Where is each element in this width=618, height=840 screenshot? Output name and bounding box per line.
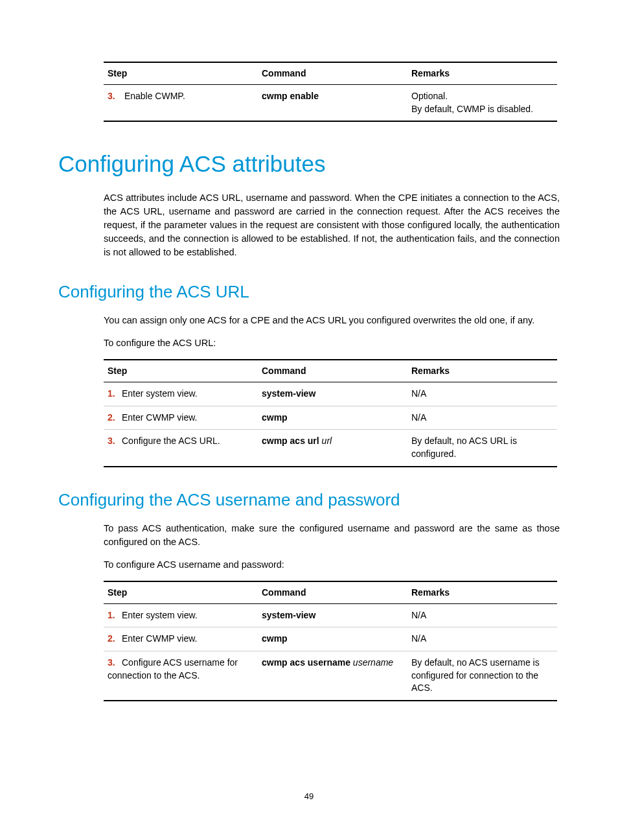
- step-number: 2.: [108, 633, 122, 646]
- table-acs-username: Step Command Remarks 1.Enter system view…: [104, 581, 557, 701]
- remarks-line: By default, CWMP is disabled.: [411, 103, 553, 116]
- cell-remarks: By default, no ACS URL is configured.: [407, 430, 557, 467]
- step-number: 3.: [108, 435, 122, 448]
- step-table: Step Command Remarks 1.Enter system view…: [104, 359, 557, 467]
- cell-command: system-view: [258, 382, 407, 406]
- cell-step: 3.Configure the ACS URL.: [104, 430, 258, 467]
- cell-step: 3.Configure ACS username for connection …: [104, 651, 258, 700]
- step-text: Enable CWMP.: [124, 91, 185, 101]
- table-row: 3.Configure the ACS URL. cwmp acs url ur…: [104, 430, 557, 467]
- heading-configuring-acs-username-password: Configuring the ACS username and passwor…: [58, 490, 560, 510]
- table-row: 1.Enter system view. system-view N/A: [104, 603, 557, 627]
- command-italic: username: [350, 657, 393, 668]
- page-number: 49: [0, 791, 618, 801]
- cell-command: cwmp: [258, 627, 407, 651]
- cell-command: system-view: [258, 603, 407, 627]
- cell-remarks: Optional. By default, CWMP is disabled.: [407, 85, 557, 122]
- step-number: 3.: [108, 657, 122, 670]
- command-bold: cwmp: [262, 633, 288, 644]
- th-command: Command: [258, 62, 407, 85]
- table-row: 2.Enter CWMP view. cwmp N/A: [104, 406, 557, 430]
- th-command: Command: [258, 360, 407, 382]
- cell-step: 3. Enable CWMP.: [104, 85, 258, 122]
- step-text: Enter system view.: [122, 610, 198, 620]
- heading-configuring-acs-url: Configuring the ACS URL: [58, 282, 560, 302]
- th-step: Step: [104, 360, 258, 382]
- command-bold: system-view: [262, 610, 315, 620]
- step-number: 1.: [108, 388, 122, 401]
- table-header-row: Step Command Remarks: [104, 62, 557, 85]
- step-text: Configure ACS username for connection to…: [108, 657, 238, 681]
- command-bold: cwmp: [262, 412, 288, 423]
- cell-step: 1.Enter system view.: [104, 603, 258, 627]
- cell-command: cwmp: [258, 406, 407, 430]
- command-bold: cwmp acs url: [262, 436, 319, 446]
- step-text: Enter CWMP view.: [122, 633, 197, 644]
- table-row: 2.Enter CWMP view. cwmp N/A: [104, 627, 557, 651]
- th-step: Step: [104, 62, 258, 85]
- cell-remarks: N/A: [407, 406, 557, 430]
- cell-remarks: N/A: [407, 627, 557, 651]
- cell-step: 1.Enter system view.: [104, 382, 258, 406]
- paragraph: ACS attributes include ACS URL, username…: [104, 191, 560, 259]
- step-number: 2.: [108, 412, 122, 425]
- cell-step: 2.Enter CWMP view.: [104, 406, 258, 430]
- table-row: 1.Enter system view. system-view N/A: [104, 382, 557, 406]
- command-bold: system-view: [262, 388, 315, 399]
- th-remarks: Remarks: [407, 62, 557, 85]
- cell-remarks: By default, no ACS username is configure…: [407, 651, 557, 700]
- th-step: Step: [104, 581, 258, 604]
- cell-remarks: N/A: [407, 603, 557, 627]
- paragraph: To pass ACS authentication, make sure th…: [104, 522, 560, 549]
- cell-remarks: N/A: [407, 382, 557, 406]
- command-bold: cwmp acs username: [262, 657, 350, 668]
- step-text: Enter CWMP view.: [122, 412, 197, 423]
- cell-command: cwmp acs url url: [258, 430, 407, 467]
- th-remarks: Remarks: [407, 581, 557, 604]
- command-text: cwmp enable: [262, 91, 319, 101]
- table-row: 3.Configure ACS username for connection …: [104, 651, 557, 700]
- cell-step: 2.Enter CWMP view.: [104, 627, 258, 651]
- step-table: Step Command Remarks 1.Enter system view…: [104, 581, 557, 701]
- cell-command: cwmp acs username username: [258, 651, 407, 700]
- remarks-line: Optional.: [411, 90, 553, 103]
- th-remarks: Remarks: [407, 360, 557, 382]
- cell-command: cwmp enable: [258, 85, 407, 122]
- table-header-row: Step Command Remarks: [104, 581, 557, 604]
- paragraph: To configure the ACS URL:: [104, 336, 560, 350]
- table-header-row: Step Command Remarks: [104, 360, 557, 382]
- step-text: Enter system view.: [122, 388, 198, 399]
- table-row: 3. Enable CWMP. cwmp enable Optional. By…: [104, 85, 557, 122]
- step-number: 1.: [108, 609, 122, 622]
- paragraph: You can assign only one ACS for a CPE an…: [104, 314, 560, 327]
- paragraph: To configure ACS username and password:: [104, 558, 560, 572]
- step-text: Configure the ACS URL.: [122, 436, 220, 446]
- table-cwmp-enable: Step Command Remarks 3. Enable CWMP. cwm…: [104, 62, 557, 122]
- th-command: Command: [258, 581, 407, 604]
- heading-configuring-acs-attributes: Configuring ACS attributes: [58, 151, 560, 177]
- command-italic: url: [319, 436, 332, 446]
- step-table: Step Command Remarks 3. Enable CWMP. cwm…: [104, 62, 557, 122]
- step-number: 3.: [108, 90, 122, 103]
- table-acs-url: Step Command Remarks 1.Enter system view…: [104, 359, 557, 467]
